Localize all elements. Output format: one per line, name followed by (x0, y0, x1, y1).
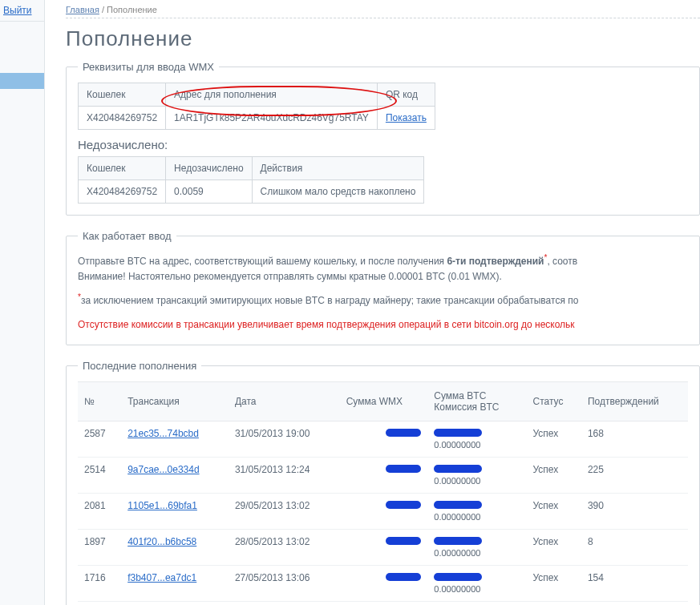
tx-n: 1716 (78, 565, 121, 601)
col-actions: Действия (252, 157, 424, 180)
tx-date: 31/05/2013 12:24 (229, 457, 340, 493)
tx-n: 1897 (78, 529, 121, 565)
tx-wmx (340, 529, 428, 565)
deposit-fieldset: Реквизиты для ввода WMX Кошелек Адрес дл… (66, 61, 700, 216)
how-legend: Как работает ввод (78, 230, 176, 242)
redacted (386, 429, 421, 437)
breadcrumb-home[interactable]: Главная (66, 5, 99, 14)
redacted (386, 465, 421, 473)
tx-conf: 168 (581, 421, 688, 457)
tx-btc: 0.00000000 (427, 493, 526, 529)
table-row: X420484269752 0.0059 Слишком мало средст… (79, 180, 424, 204)
transactions-legend: Последние пополнения (78, 360, 201, 372)
tx-n: 2081 (78, 493, 121, 529)
tx-link[interactable]: 21ec35...74bcbd (127, 428, 199, 439)
col-address: Адрес для пополнения (166, 83, 378, 107)
table-row: 25149a7cae...0e334d31/05/2013 12:240.000… (78, 457, 688, 493)
redacted (386, 537, 421, 545)
tx-wmx (340, 421, 428, 457)
tx-status: Успех (527, 529, 581, 565)
tx-wmx (340, 457, 428, 493)
tx-n: 2587 (78, 421, 121, 457)
tx-conf: 154 (581, 565, 688, 601)
how-fieldset: Как работает ввод Отправьте BTC на адрес… (66, 230, 700, 345)
col-wmx: Сумма WMX (340, 381, 428, 421)
redacted (434, 573, 482, 581)
tx-conf: 390 (581, 493, 688, 529)
col-status: Статус (527, 381, 581, 421)
tx-date: 28/05/2013 13:02 (229, 529, 340, 565)
tx-date: 31/05/2013 19:00 (229, 421, 340, 457)
deposit-legend: Реквизиты для ввода WMX (78, 61, 219, 73)
transactions-table: № Транcакция Дата Сумма WMX Сумма BTCКом… (78, 381, 688, 602)
redacted (434, 537, 482, 545)
table-row: 20811105e1...69bfa129/05/2013 13:020.000… (78, 493, 688, 529)
sidebar: Выйти (0, 0, 45, 605)
tx-btc: 0.00000000 (427, 529, 526, 565)
tx-link[interactable]: f3b407...ea7dc1 (127, 572, 196, 583)
col-btc: Сумма BTCКомиссия BTC (427, 381, 526, 421)
tx-link[interactable]: 401f20...b6bc58 (127, 536, 196, 547)
how-warning: Отсутствие комиссии в транcакции увеличи… (78, 317, 688, 333)
table-row: X420484269752 1AR1TjGTk85P2AR4ouXdcRDz46… (79, 107, 435, 130)
col-wallet: Кошелек (79, 83, 166, 107)
address-value: 1AR1TjGTk85P2AR4ouXdcRDz46Vg75RTAY (166, 107, 378, 130)
tx-date: 27/05/2013 13:06 (229, 565, 340, 601)
tx-link[interactable]: 9a7cae...0e334d (127, 464, 199, 475)
tx-status: Успех (527, 421, 581, 457)
tx-status: Успех (527, 457, 581, 493)
tx-status: Успех (527, 493, 581, 529)
pending-table: Кошелек Недозачислено Действия X42048426… (78, 156, 424, 204)
pending-action: Слишком мало средств накоплено (252, 180, 424, 204)
deposit-table: Кошелек Адрес для пополнения QR код X420… (78, 83, 435, 130)
tx-conf: 225 (581, 457, 688, 493)
col-n: № (78, 381, 121, 421)
page-title: Пополнение (66, 26, 700, 51)
tx-btc: 0.00000000 (427, 421, 526, 457)
sidebar-active-item[interactable] (0, 73, 44, 89)
how-text: Отправьте BTC на адрес, соответствующий … (78, 252, 688, 284)
table-row: 1716f3b407...ea7dc127/05/2013 13:060.000… (78, 565, 688, 601)
redacted (434, 465, 482, 473)
tx-wmx (340, 493, 428, 529)
transactions-fieldset: Последние пополнения № Транcакция Дата С… (66, 360, 700, 605)
how-note: *за исключением транcакций эмитирующих н… (78, 292, 688, 306)
redacted (434, 501, 482, 509)
breadcrumb-sep: / (102, 5, 104, 14)
redacted (386, 501, 421, 509)
breadcrumb: Главная / Пополнение (66, 3, 700, 18)
pending-wallet: X420484269752 (79, 180, 166, 204)
tx-n: 2514 (78, 457, 121, 493)
tx-status: Успех (527, 565, 581, 601)
pending-title: Недозачислено: (78, 138, 688, 151)
table-row: 1897401f20...b6bc5828/05/2013 13:020.000… (78, 529, 688, 565)
col-tx: Транcакция (121, 381, 229, 421)
breadcrumb-current: Пополнение (107, 5, 157, 14)
tx-btc: 0.00000000 (427, 565, 526, 601)
col-pending: Недозачислено (166, 157, 252, 180)
show-qr-link[interactable]: Показать (386, 112, 427, 123)
logout-link[interactable]: Выйти (3, 5, 32, 16)
col-conf: Подтверждений (581, 381, 688, 421)
col-date: Дата (229, 381, 340, 421)
wallet-value: X420484269752 (79, 107, 166, 130)
tx-conf: 8 (581, 529, 688, 565)
main-content: Главная / Пополнение Пополнение Реквизит… (56, 0, 700, 605)
redacted (386, 573, 421, 581)
redacted (434, 429, 482, 437)
tx-date: 29/05/2013 13:02 (229, 493, 340, 529)
pagination: Страницы: 1 2 (78, 602, 688, 605)
col-wallet2: Кошелек (79, 157, 166, 180)
tx-link[interactable]: 1105e1...69bfa1 (127, 500, 197, 511)
tx-btc: 0.00000000 (427, 457, 526, 493)
pending-amount: 0.0059 (166, 180, 252, 204)
tx-wmx (340, 565, 428, 601)
table-row: 258721ec35...74bcbd31/05/2013 19:000.000… (78, 421, 688, 457)
col-qr: QR код (377, 83, 435, 107)
